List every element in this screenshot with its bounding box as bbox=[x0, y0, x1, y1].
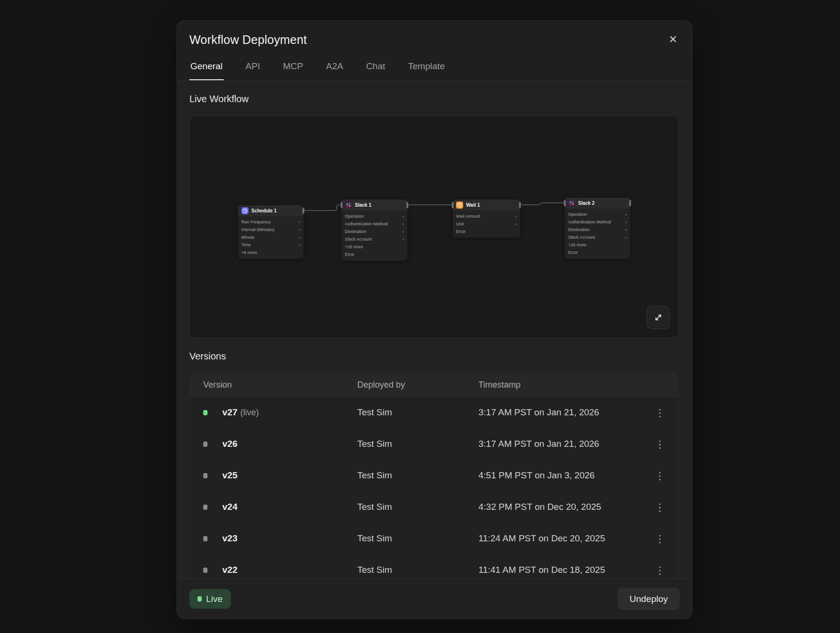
version-status-dot bbox=[203, 410, 207, 415]
node-field-label: Slack Account bbox=[568, 235, 595, 240]
field-port-dot bbox=[403, 216, 404, 217]
version-label: v23 bbox=[222, 533, 357, 544]
node-field: Destination bbox=[342, 228, 407, 235]
live-status-label: Live bbox=[206, 594, 223, 604]
field-port-dot bbox=[625, 229, 627, 231]
undeploy-button[interactable]: Undeploy bbox=[618, 588, 680, 610]
output-port[interactable] bbox=[406, 202, 408, 208]
node-field-label: Run Frequency bbox=[241, 220, 271, 224]
workflow-node-schedule-1[interactable]: Schedule 1 Run FrequencyInterval (Minute… bbox=[238, 205, 303, 259]
version-row-v25[interactable]: v25 Test Sim 4:51 PM PST on Jan 3, 2026 … bbox=[190, 460, 678, 491]
workflow-preview-canvas[interactable]: Schedule 1 Run FrequencyInterval (Minute… bbox=[189, 116, 679, 338]
version-status-dot bbox=[203, 473, 207, 478]
node-field-label: +6 more bbox=[241, 250, 257, 255]
workflow-node-wait-1[interactable]: Wait 1 Wait AmountUnitError bbox=[453, 200, 520, 238]
workflow-node-header: Slack 2 bbox=[565, 198, 630, 209]
node-field: Error bbox=[565, 249, 630, 256]
row-menu-button[interactable]: ⋮ bbox=[651, 437, 669, 451]
node-field-label: Unit bbox=[456, 222, 464, 226]
column-timestamp: Timestamp bbox=[478, 380, 646, 390]
timestamp-cell: 3:17 AM PST on Jan 21, 2026 bbox=[478, 407, 646, 418]
node-field-label: Minute bbox=[241, 235, 254, 240]
tab-api[interactable]: API bbox=[245, 58, 261, 80]
tab-a2a[interactable]: A2A bbox=[325, 58, 344, 80]
row-menu-button[interactable]: ⋮ bbox=[651, 532, 669, 546]
dialog-title: Workflow Deployment bbox=[189, 33, 680, 47]
node-field-label: Error bbox=[345, 252, 354, 257]
tab-bar: GeneralAPIMCPA2AChatTemplate bbox=[177, 58, 692, 81]
version-label: v22 bbox=[222, 565, 357, 575]
workflow-node-slack-1[interactable]: Slack 1 OperationAuthentication MethodDe… bbox=[342, 200, 407, 261]
node-title: Schedule 1 bbox=[251, 208, 277, 213]
close-button[interactable]: ✕ bbox=[665, 32, 681, 47]
deployed-by-cell: Test Sim bbox=[357, 470, 478, 481]
version-status-dot bbox=[203, 536, 207, 541]
node-field: Operation bbox=[565, 211, 630, 218]
node-title: Slack 2 bbox=[578, 200, 594, 206]
tab-mcp[interactable]: MCP bbox=[282, 58, 304, 80]
node-field: Authentication Method bbox=[342, 220, 407, 228]
expand-icon bbox=[653, 313, 663, 322]
node-field: Unit bbox=[453, 220, 520, 228]
workflow-node-header: Schedule 1 bbox=[238, 205, 303, 216]
version-row-v23[interactable]: v23 Test Sim 11:24 AM PST on Dec 20, 202… bbox=[190, 523, 678, 554]
clock-icon bbox=[241, 207, 249, 214]
field-port-dot bbox=[403, 231, 404, 232]
workflow-node-body: Run FrequencyInterval (Minutes)MinuteTim… bbox=[238, 216, 303, 259]
tab-chat[interactable]: Chat bbox=[365, 58, 386, 80]
deployed-by-cell: Test Sim bbox=[357, 407, 478, 418]
timestamp-cell: 4:32 PM PST on Dec 20, 2025 bbox=[478, 502, 646, 512]
expand-preview-button[interactable] bbox=[647, 306, 670, 329]
timestamp-cell: 4:51 PM PST on Jan 3, 2026 bbox=[478, 470, 646, 481]
field-port-dot bbox=[299, 237, 300, 238]
row-menu-button[interactable]: ⋮ bbox=[651, 563, 669, 577]
deployed-by-cell: Test Sim bbox=[357, 565, 478, 575]
node-title: Wait 1 bbox=[466, 202, 480, 208]
input-port[interactable] bbox=[341, 202, 342, 208]
version-live-suffix: (live) bbox=[240, 408, 259, 417]
node-field: Operation bbox=[342, 212, 407, 220]
row-menu-button[interactable]: ⋮ bbox=[651, 406, 669, 420]
versions-table-header: Version Deployed by Timestamp bbox=[190, 374, 678, 397]
node-field: Destination bbox=[565, 226, 630, 233]
field-port-dot bbox=[299, 244, 300, 246]
output-port[interactable] bbox=[519, 202, 521, 208]
input-port[interactable] bbox=[564, 200, 566, 206]
workflow-node-body: OperationAuthentication MethodDestinatio… bbox=[342, 211, 407, 261]
dialog-content: Live Workflow Schedule 1 Run FrequencyIn… bbox=[177, 81, 692, 579]
version-label: v24 bbox=[222, 502, 357, 512]
workflow-node-body: Wait AmountUnitError bbox=[453, 211, 520, 238]
live-status-badge: Live bbox=[189, 589, 231, 609]
output-port[interactable] bbox=[629, 200, 631, 206]
row-menu-button[interactable]: ⋮ bbox=[651, 469, 669, 483]
node-field: Error bbox=[342, 251, 407, 258]
tab-template[interactable]: Template bbox=[407, 58, 446, 80]
row-menu-button[interactable]: ⋮ bbox=[651, 500, 669, 514]
live-status-dot-icon bbox=[197, 596, 202, 601]
deployed-by-cell: Test Sim bbox=[357, 533, 478, 544]
node-field-label: Slack Account bbox=[345, 237, 372, 242]
version-row-v27[interactable]: v27(live) Test Sim 3:17 AM PST on Jan 21… bbox=[190, 397, 678, 428]
node-field-label: Operation bbox=[568, 212, 587, 217]
slack-icon bbox=[568, 200, 575, 207]
versions-heading: Versions bbox=[189, 351, 680, 362]
field-port-dot bbox=[515, 216, 517, 217]
version-row-v22[interactable]: v22 Test Sim 11:41 AM PST on Dec 18, 202… bbox=[190, 554, 678, 579]
node-field-label: Destination bbox=[345, 229, 366, 234]
output-port[interactable] bbox=[302, 208, 304, 214]
field-port-dot bbox=[299, 229, 300, 231]
workflow-node-header: Wait 1 bbox=[453, 200, 520, 211]
node-field-label: Authentication Method bbox=[568, 220, 611, 224]
dialog-header: Workflow Deployment ✕ bbox=[177, 21, 692, 47]
version-row-v26[interactable]: v26 Test Sim 3:17 AM PST on Jan 21, 2026… bbox=[190, 428, 678, 460]
node-field: Wait Amount bbox=[453, 212, 520, 220]
version-row-v24[interactable]: v24 Test Sim 4:32 PM PST on Dec 20, 2025… bbox=[190, 491, 678, 523]
node-field-label: Authentication Method bbox=[345, 222, 388, 226]
input-port[interactable] bbox=[452, 202, 454, 208]
tab-general[interactable]: General bbox=[189, 58, 224, 80]
workflow-node-body: OperationAuthentication MethodDestinatio… bbox=[565, 209, 630, 259]
workflow-node-slack-2[interactable]: Slack 2 OperationAuthentication MethodDe… bbox=[565, 198, 630, 259]
slack-icon bbox=[345, 201, 352, 209]
version-label: v25 bbox=[222, 470, 357, 481]
node-title: Slack 1 bbox=[355, 202, 371, 208]
